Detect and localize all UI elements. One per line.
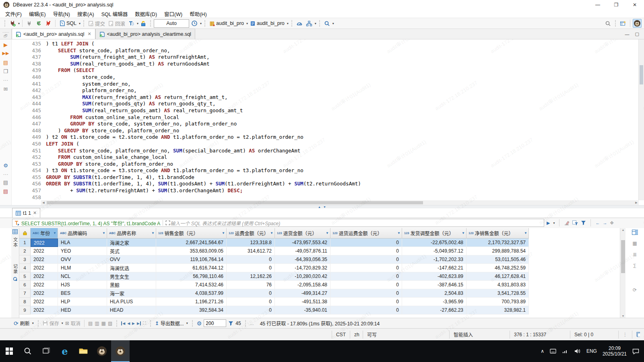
table-cell[interactable]: 46,748,252.59 (466, 264, 529, 272)
table-cell[interactable]: -5,049,957.12 (402, 247, 466, 255)
calc-panel-icon[interactable]: ▦ (632, 241, 637, 246)
menu-item[interactable]: 编辑(E) (25, 9, 50, 19)
settings-gear-icon[interactable]: ⚙ (0, 162, 11, 169)
output-file-icon[interactable]: ▤ (0, 179, 11, 185)
results-tab-close-icon[interactable]: ✕ (33, 210, 37, 216)
status-notifications-icon[interactable] (632, 331, 644, 339)
table-cell[interactable]: 61,616,744.12 (156, 264, 227, 272)
filter-pan-icon[interactable]: ✥ (610, 220, 613, 226)
transaction-log-button[interactable] (127, 20, 136, 27)
table-cell[interactable]: -22,675,002.48 (402, 239, 466, 247)
table-cell[interactable]: 0 (330, 289, 402, 298)
table-cell[interactable]: BES (58, 289, 107, 298)
minimize-button[interactable]: — (588, 0, 607, 10)
filter-funnel-icon[interactable] (581, 220, 586, 225)
table-cell[interactable]: 0 (330, 239, 402, 247)
table-cell[interactable]: NCL (58, 272, 107, 281)
table-cell[interactable]: 314,612.72 (227, 247, 275, 255)
table-cell[interactable]: 2,170,732,327.57 (466, 239, 529, 247)
fetch-size-input[interactable] (204, 319, 226, 327)
edge-icon[interactable]: e (56, 340, 74, 362)
table-cell[interactable]: 53,011,505.46 (466, 255, 529, 264)
table-cell[interactable]: 0 (227, 306, 275, 315)
sql-editor-dropdown[interactable]: ▾ (79, 22, 80, 25)
disconnect-button[interactable] (44, 19, 53, 27)
table-cell[interactable]: 0 (330, 264, 402, 272)
menu-item[interactable]: 数据库(D) (131, 9, 161, 19)
text-view-tab[interactable]: 文本 (12, 237, 19, 248)
explain-plan-icon[interactable]: ❒ (0, 68, 11, 74)
perspective-button[interactable] (619, 20, 627, 27)
table-cell[interactable]: 海澜优选 (107, 264, 156, 272)
row-number-cell[interactable]: 7 (19, 289, 31, 298)
table-cell[interactable]: 0 (227, 298, 275, 306)
table-cell[interactable]: 2022 (31, 289, 58, 298)
schema-selector[interactable]: audit_bi_pro (249, 20, 286, 27)
sash-down-icon[interactable]: ▼ (323, 206, 326, 208)
new-connection-button[interactable] (8, 19, 17, 27)
result-settings-gear-icon[interactable]: ⚙ (197, 320, 202, 327)
row-number-cell[interactable]: 9 (19, 306, 31, 315)
aggregate-panel-icon[interactable]: ∑ (633, 263, 636, 268)
table-cell[interactable]: 2022 (31, 306, 58, 315)
editor-tab[interactable]: <audit_bi_pro> analysis.sql✕ (12, 29, 95, 39)
maximize-button[interactable]: ❐ (607, 0, 625, 10)
row-number-cell[interactable]: 8 (19, 298, 31, 306)
connection-selector[interactable]: audit_bi_pro (208, 20, 245, 27)
table-cell[interactable]: 700,793.89 (466, 298, 529, 306)
table-cell[interactable]: 12,162.26 (227, 272, 275, 281)
column-header[interactable]: ABC年份▼ (31, 228, 58, 239)
table-cell[interactable]: 海澜之家 (107, 239, 156, 247)
metadata-panel-icon[interactable]: ≣ (633, 252, 637, 257)
history-dropdown[interactable]: ▾ (200, 22, 202, 25)
row-number-cell[interactable]: 2 (19, 247, 31, 255)
table-cell[interactable]: YEO (58, 247, 107, 255)
table-cell[interactable]: 2022 (31, 272, 58, 281)
save-button[interactable]: 保存 (43, 320, 59, 327)
table-cell[interactable]: 英式 (107, 247, 156, 255)
table-cell[interactable]: -2,095,158.48 (275, 281, 330, 289)
column-dropdown-icon[interactable]: ▼ (102, 231, 105, 235)
new-connection-dropdown[interactable]: ▾ (18, 22, 20, 25)
menu-item[interactable]: 窗口(W) (161, 9, 186, 19)
table-cell[interactable]: 0 (330, 306, 402, 315)
grid-vertical-scrollbar[interactable]: ▲ ▼ (620, 228, 626, 318)
execute-script-icon[interactable]: ▶▶ (0, 51, 11, 56)
table-cell[interactable]: 2022 (31, 247, 58, 255)
value-panel-icon[interactable] (632, 230, 638, 235)
table-cell[interactable]: 0 (330, 255, 402, 264)
table-cell[interactable]: -473,957,553.42 (275, 239, 330, 247)
apply-filter-icon[interactable]: ▶ (547, 220, 550, 226)
scroll-right-arrow-icon[interactable]: ▶ (634, 201, 639, 204)
commit-mode-button[interactable] (305, 20, 314, 27)
copy-row-icon[interactable]: ▦ (101, 321, 106, 326)
search-dropdown[interactable]: ▾ (332, 22, 334, 25)
grid-scroll-down-icon[interactable]: ▼ (620, 315, 626, 317)
tray-touch-icon[interactable] (547, 340, 559, 362)
table-cell[interactable]: HED (58, 306, 107, 315)
table-cell[interactable]: -27,662.23 (402, 306, 466, 315)
tray-network-icon[interactable] (559, 340, 571, 362)
editor-tab-close-icon[interactable]: ✕ (88, 31, 91, 37)
action-center-icon[interactable] (630, 340, 644, 362)
table-cell[interactable]: 0 (330, 247, 402, 255)
column-header[interactable]: 123运费金额（元）▼ (227, 228, 275, 239)
tray-clock[interactable]: 20:09 2025/10/21 (600, 340, 630, 362)
table-cell[interactable]: 299,889,788.54 (466, 247, 529, 255)
table-cell[interactable]: 2022 (31, 255, 58, 264)
editor-vertical-scrollbar[interactable] (638, 39, 644, 200)
editor-results-sash[interactable]: ▲ ▼ (0, 205, 644, 208)
table-cell[interactable]: OVV (107, 255, 156, 264)
table-cell[interactable]: 男生女生 (107, 272, 156, 281)
column-dropdown-icon[interactable]: ▼ (53, 231, 56, 235)
transaction-dropdown[interactable]: ▾ (137, 22, 138, 25)
table-cell[interactable]: 2022 (31, 281, 58, 289)
schema-dropdown[interactable]: ▾ (287, 22, 289, 25)
table-cell[interactable]: -1,702,202.33 (402, 255, 466, 264)
column-dropdown-icon[interactable]: ▼ (524, 231, 527, 235)
sql-code-area[interactable]: ) t1 LEFT JOIN ( SELECT store_code, plat… (46, 41, 361, 201)
table-cell[interactable]: 4,931,803.83 (466, 281, 529, 289)
table-cell[interactable]: 0 (330, 298, 402, 306)
refs-panel-icon[interactable]: ⟳ (633, 287, 637, 293)
table-cell[interactable]: -10,280,020.42 (275, 272, 330, 281)
